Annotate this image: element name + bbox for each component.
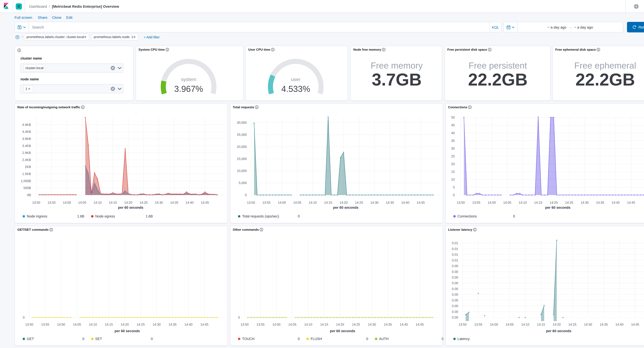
svg-text:14:10: 14:10 [308,201,317,204]
svg-text:14:40: 14:40 [184,323,192,326]
svg-text:Free persistent: Free persistent [468,60,527,70]
svg-text:0: 0 [298,214,300,218]
svg-text:14:40: 14:40 [615,323,624,326]
svg-text:GET: GET [27,337,34,341]
svg-text:user: user [291,77,300,82]
svg-text:14:45: 14:45 [631,323,639,326]
svg-text:0.00: 0.00 [452,287,458,291]
svg-text:Rate of incoming/outgoing netw: Rate of incoming/outgoing network traffi… [17,105,80,109]
svg-text:per 60 seconds: per 60 seconds [545,206,570,209]
svg-text:14:40: 14:40 [186,201,194,204]
svg-text:0: 0 [453,193,455,197]
svg-text:14:20: 14:20 [552,323,561,326]
svg-text:per 60 seconds: per 60 seconds [546,329,571,333]
svg-text:0: 0 [23,316,24,319]
svg-text:14:15: 14:15 [537,323,545,326]
svg-text:10: 10 [451,177,455,181]
svg-text:Free ephemeral disk space: Free ephemeral disk space [555,48,596,51]
svg-text:0: 0 [442,337,443,341]
svg-text:Node egress: Node egress [95,214,115,218]
svg-text:Total requests (ops/sec): Total requests (ops/sec) [242,214,279,218]
svg-text:4.4KB: 4.4KB [22,130,31,134]
svg-text:Connections: Connections [457,214,477,218]
svg-text:0.00: 0.00 [452,270,458,274]
svg-text:2.4KB: 2.4KB [22,158,31,162]
svg-text:Free memory: Free memory [370,60,422,70]
svg-text:TOUCH: TOUCH [242,337,254,341]
svg-text:per 60 seconds: per 60 seconds [330,329,355,333]
svg-text:User CPU time: User CPU time [248,48,270,51]
svg-text:14:00: 14:00 [488,201,496,204]
svg-text:0.00: 0.00 [452,304,458,308]
svg-text:14:20: 14:20 [340,201,348,204]
svg-text:14:25: 14:25 [568,323,576,326]
svg-text:0: 0 [366,337,368,341]
svg-text:AUTH: AUTH [379,337,388,341]
svg-text:14:15: 14:15 [534,201,542,204]
svg-text:14:40: 14:40 [400,323,408,326]
svg-text:0.00: 0.00 [452,264,458,268]
svg-text:3.967%: 3.967% [174,84,203,94]
svg-text:0.01: 0.01 [452,253,458,256]
svg-text:25,000: 25,000 [237,133,246,137]
svg-text:14:45: 14:45 [201,201,209,204]
svg-text:per 60 seconds: per 60 seconds [118,206,143,209]
svg-text:14:25: 14:25 [352,323,360,326]
svg-text:14:10: 14:10 [94,201,102,204]
svg-text:14:10: 14:10 [89,323,97,326]
svg-text:15: 15 [451,170,455,174]
svg-text:0: 0 [151,337,153,341]
svg-text:14:05: 14:05 [503,201,511,204]
svg-text:5: 5 [453,185,455,189]
svg-text:13:50: 13:50 [240,323,248,326]
svg-text:13:50: 13:50 [456,201,465,204]
svg-text:14:45: 14:45 [416,201,425,204]
svg-text:14:25: 14:25 [139,201,148,204]
svg-text:0: 0 [238,316,240,319]
svg-text:14:35: 14:35 [386,201,394,204]
svg-text:Total requests: Total requests [232,105,254,109]
svg-text:14:35: 14:35 [600,323,608,326]
svg-text:0.00: 0.00 [452,293,458,296]
svg-text:Listener latency: Listener latency [448,228,472,231]
svg-text:cluster name: cluster name [20,56,42,60]
svg-text:14:20: 14:20 [336,323,344,326]
svg-text:14:00: 14:00 [490,323,498,326]
svg-text:20,000: 20,000 [237,145,246,149]
svg-text:14:20: 14:20 [121,323,129,326]
svg-text:FLUSH: FLUSH [310,337,322,341]
svg-text:14:15: 14:15 [324,201,332,204]
svg-text:0.00: 0.00 [452,316,458,319]
svg-text:5,000: 5,000 [238,181,247,185]
svg-text:1.6B: 1.6B [77,214,84,218]
svg-text:4.9KB: 4.9KB [22,123,31,127]
svg-text:13:55: 13:55 [474,323,482,326]
svg-text:14:35: 14:35 [168,323,176,326]
svg-text:14:00: 14:00 [63,201,71,204]
svg-text:0B: 0B [27,193,31,197]
svg-text:0.01: 0.01 [452,241,458,245]
svg-text:system: system [181,77,196,82]
svg-text:14:15: 14:15 [320,323,328,326]
svg-text:45: 45 [451,123,455,127]
svg-text:0.01: 0.01 [452,247,458,251]
svg-text:Latency: Latency [457,337,470,341]
svg-text:30,000: 30,000 [237,121,246,124]
svg-text:1: 1 [25,87,27,91]
svg-text:14:10: 14:10 [518,201,527,204]
svg-text:14:15: 14:15 [109,201,117,204]
svg-text:30: 30 [451,147,455,150]
svg-text:Node free memory: Node free memory [353,48,381,51]
svg-text:0: 0 [298,337,300,341]
svg-text:14:35: 14:35 [170,201,178,204]
svg-text:13:55: 13:55 [262,201,270,204]
svg-text:20: 20 [451,162,455,166]
svg-text:13:55: 13:55 [48,201,56,204]
svg-text:3.7GB: 3.7GB [372,70,422,89]
svg-text:10,000: 10,000 [237,169,246,173]
svg-text:0.00: 0.00 [452,310,458,314]
svg-text:15,000: 15,000 [237,157,246,161]
svg-text:14:05: 14:05 [293,201,301,204]
svg-text:per 60 seconds: per 60 seconds [114,329,140,333]
svg-text:GET/SET commands: GET/SET commands [17,228,48,231]
